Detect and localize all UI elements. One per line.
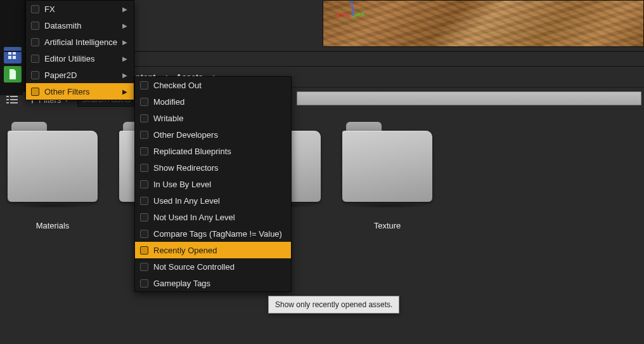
svg-rect-9 [10, 102, 18, 103]
filter-menu-item-fx[interactable]: FX ▶ [26, 1, 134, 17]
svg-rect-5 [10, 96, 18, 97]
filter-menu-item-ai[interactable]: Artificial Intelligence ▶ [26, 34, 134, 50]
checkbox-icon [140, 197, 148, 205]
svg-rect-8 [6, 102, 9, 103]
checkbox-icon [31, 5, 39, 13]
axis-z-label: Z [350, 0, 354, 6]
checkbox-icon [31, 38, 39, 46]
chevron-right-icon: ▶ [122, 88, 127, 95]
view-options-button[interactable] [4, 91, 20, 108]
checkbox-icon [140, 213, 148, 222]
axis-x-label: X [336, 12, 340, 18]
checkbox-icon [140, 164, 148, 172]
tooltip: Show only recently opened assets. [268, 296, 399, 314]
chevron-right-icon: ▶ [122, 6, 127, 13]
submenu-item-replicated-blueprints[interactable]: Replicated Blueprints [135, 143, 291, 159]
checkbox-icon [140, 81, 148, 89]
submenu-item-writable[interactable]: Writable [135, 110, 291, 126]
svg-rect-3 [13, 56, 16, 59]
checkbox-icon [140, 279, 148, 288]
submenu-item-used-in-any-level[interactable]: Used In Any Level [135, 192, 291, 209]
filter-menu-item-datasmith[interactable]: Datasmith ▶ [26, 17, 134, 34]
other-filters-submenu: Checked Out Modified Writable Other Deve… [134, 76, 292, 292]
axis-y-label: Y [361, 11, 365, 17]
svg-rect-6 [6, 99, 9, 100]
filter-menu-item-editor-utilities[interactable]: Editor Utilities ▶ [26, 50, 134, 67]
axis-gizmo[interactable]: Z X Y [336, 1, 368, 26]
checkbox-icon [31, 22, 39, 30]
chevron-right-icon: ▶ [122, 72, 127, 79]
submenu-item-other-developers[interactable]: Other Developers [135, 126, 291, 143]
filter-menu-item-other-filters[interactable]: Other Filters ▶ [26, 83, 134, 100]
submenu-item-compare-tags[interactable]: Compare Tags (TagName != Value) [135, 225, 291, 242]
checkbox-icon [140, 246, 148, 255]
submenu-item-not-source-controlled[interactable]: Not Source Controlled [135, 258, 291, 275]
checkbox-icon [31, 88, 39, 96]
filters-menu: FX ▶ Datasmith ▶ Artificial Intelligence… [25, 0, 134, 100]
checkbox-icon [140, 147, 148, 155]
checkbox-icon [140, 230, 148, 238]
submenu-item-not-used-in-any-level[interactable]: Not Used In Any Level [135, 209, 291, 225]
viewport-preview[interactable]: Z X Y [323, 0, 644, 47]
submenu-item-in-use-by-level[interactable]: In Use By Level [135, 176, 291, 192]
checkbox-icon [140, 131, 148, 139]
checkbox-icon [140, 114, 148, 122]
add-new-button[interactable] [4, 66, 22, 83]
svg-rect-4 [6, 96, 9, 97]
left-tool-strip [0, 0, 25, 95]
asset-label: Texture [374, 221, 401, 230]
path-bar[interactable] [297, 91, 641, 105]
chevron-right-icon: ▶ [122, 55, 127, 62]
checkbox-icon [140, 98, 148, 106]
svg-rect-7 [10, 99, 18, 100]
submenu-item-recently-opened[interactable]: Recently Opened [135, 242, 291, 258]
chevron-right-icon: ▶ [122, 39, 127, 46]
submenu-item-modified[interactable]: Modified [135, 93, 291, 110]
filter-menu-item-paper2d[interactable]: Paper2D ▶ [26, 67, 134, 83]
checkbox-icon [140, 263, 148, 271]
folder-icon [340, 118, 435, 207]
modes-button[interactable] [4, 47, 22, 63]
folder-icon [5, 118, 100, 207]
asset-label: Materials [36, 221, 70, 230]
checkbox-icon [140, 180, 148, 189]
submenu-item-show-redirectors[interactable]: Show Redirectors [135, 159, 291, 176]
asset-folder-materials[interactable]: Materials [5, 118, 100, 339]
checkbox-icon [31, 55, 39, 63]
submenu-item-checked-out[interactable]: Checked Out [135, 77, 291, 93]
checkbox-icon [31, 71, 39, 79]
svg-rect-2 [8, 56, 11, 59]
chevron-right-icon: ▶ [122, 22, 127, 29]
submenu-item-gameplay-tags[interactable]: Gameplay Tags [135, 275, 291, 291]
list-icon [6, 95, 18, 104]
